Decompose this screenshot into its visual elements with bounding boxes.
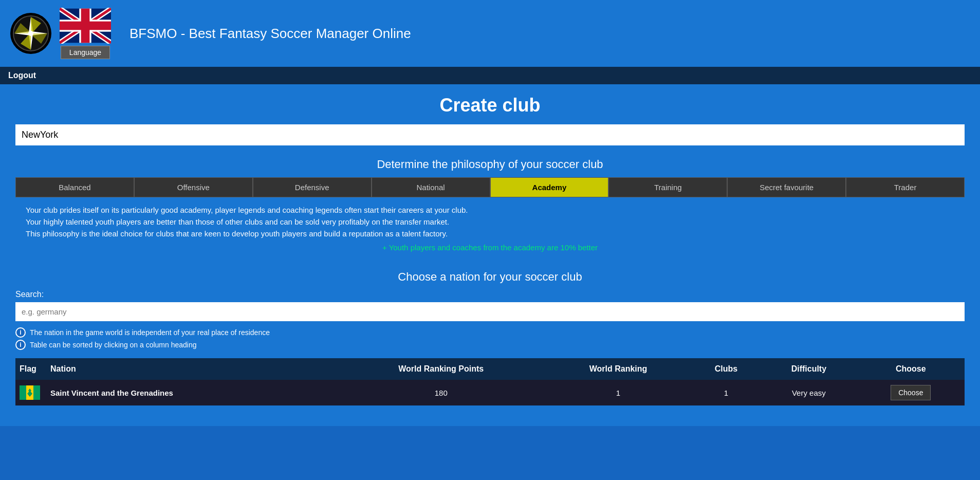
info-icon-2: i [15,340,26,350]
info-text-1: The nation in the game world is independ… [30,328,270,337]
uk-flag [60,8,111,44]
svg-rect-18 [60,22,111,30]
col-world-ranking[interactable]: World Ranking [545,358,692,380]
table-header: Flag Nation World Ranking Points World R… [15,358,965,380]
logout-bar[interactable]: Logout [0,67,980,84]
philosophy-desc-line-1: Your club prides itself on its particula… [26,206,954,214]
col-difficulty[interactable]: Difficulty [761,358,857,380]
language-button[interactable]: Language [61,46,110,59]
svg-rect-22 [33,385,40,400]
language-selector[interactable]: Language [60,8,111,59]
tab-training[interactable]: Training [608,177,727,197]
tab-secret-favourite[interactable]: Secret favourite [727,177,846,197]
philosophy-tabs: Balanced Offensive Defensive National Ac… [15,177,965,197]
info-icon-1: i [15,327,26,338]
tab-defensive[interactable]: Defensive [253,177,372,197]
tab-trader[interactable]: Trader [846,177,965,197]
compass-logo [10,13,51,54]
compass-icon [12,15,49,52]
info-text-2: Table can be sorted by clicking on a col… [30,341,197,349]
tab-offensive[interactable]: Offensive [134,177,253,197]
choose-cell: Choose [857,380,965,405]
col-choose[interactable]: Choose [857,358,965,380]
philosophy-section-title: Determine the philosophy of your soccer … [15,158,965,171]
difficulty: Very easy [761,380,857,405]
clubs-count: 1 [692,380,761,405]
col-world-ranking-points[interactable]: World Ranking Points [337,358,545,380]
tab-balanced[interactable]: Balanced [15,177,134,197]
tab-academy[interactable]: Academy [490,177,609,197]
nation-section-title: Choose a nation for your soccer club [15,270,965,284]
svg-point-9 [28,31,33,36]
philosophy-bonus: + Youth players and coaches from the aca… [26,243,954,252]
philosophy-desc-line-2: Your highly talented youth players are b… [26,217,954,226]
col-flag[interactable]: Flag [15,358,46,380]
svg-rect-20 [20,385,26,400]
site-title: BFSMO - Best Fantasy Soccer Manager Onli… [130,26,411,42]
logout-label[interactable]: Logout [8,71,36,80]
search-input[interactable] [15,302,965,321]
flag-saint-vincent [20,385,40,400]
search-label: Search: [15,290,965,299]
flag-cell [15,380,46,405]
col-nation[interactable]: Nation [46,358,337,380]
world-ranking-points: 180 [337,380,545,405]
table-row: Saint Vincent and the Grenadines 180 1 1… [15,380,965,405]
choose-button[interactable]: Choose [891,385,931,400]
page-title: Create club [15,95,965,116]
col-clubs[interactable]: Clubs [692,358,761,380]
tab-national[interactable]: National [372,177,490,197]
world-ranking: 1 [545,380,692,405]
info-row-1: i The nation in the game world is indepe… [15,327,965,338]
nation-name: Saint Vincent and the Grenadines [46,380,337,405]
main-content: Create club Determine the philosophy of … [0,84,980,426]
header: Language BFSMO - Best Fantasy Soccer Man… [0,0,980,67]
philosophy-desc-line-3: This philosophy is the ideal choice for … [26,229,954,238]
philosophy-description: Your club prides itself on its particula… [15,197,965,260]
nation-table: Flag Nation World Ranking Points World R… [15,358,965,405]
nation-section: Choose a nation for your soccer club Sea… [15,270,965,405]
nation-table-body: Saint Vincent and the Grenadines 180 1 1… [15,380,965,405]
info-row-2: i Table can be sorted by clicking on a c… [15,340,965,350]
club-name-input[interactable] [15,124,965,145]
